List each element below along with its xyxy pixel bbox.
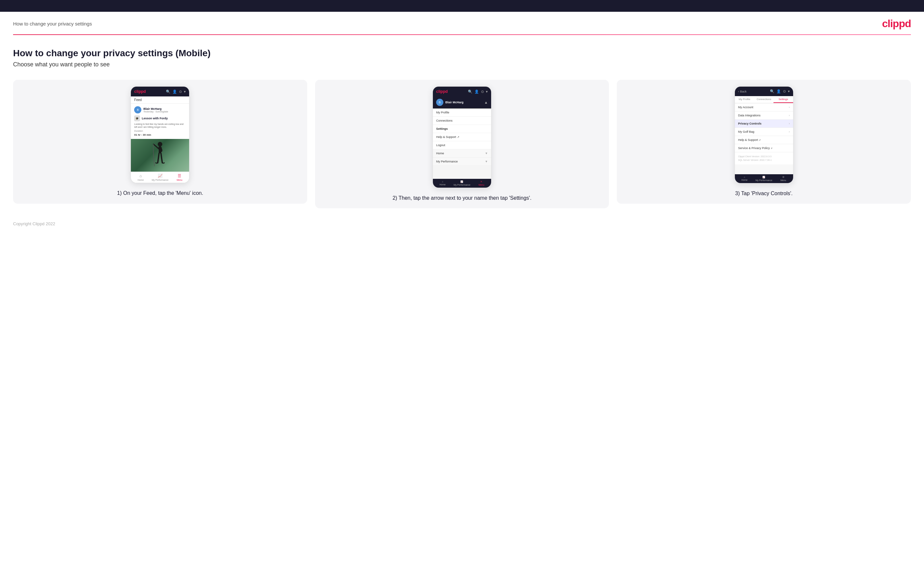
external-icon-help: ↗ xyxy=(457,136,459,139)
nav-menu-label: Menu xyxy=(177,179,183,181)
section-home[interactable]: Home ▼ xyxy=(433,149,491,158)
chevron-down-icon-home: ▼ xyxy=(485,152,488,155)
phone2-nav-close[interactable]: ✕ Menu xyxy=(472,179,491,188)
phone3-tabs: My Profile Connections Settings xyxy=(735,96,793,103)
phone2-nav-perf[interactable]: 📈 My Performance xyxy=(452,179,472,188)
setting-service-privacy[interactable]: Service & Privacy Policy ↗ xyxy=(735,144,793,152)
setting-help-support[interactable]: Help & Support ↗ xyxy=(735,136,793,144)
phone3-nav-menu-label: Menu xyxy=(780,179,786,181)
card-1-step-text: 1) On your Feed, tap the 'Menu' icon. xyxy=(117,190,203,197)
page-heading: How to change your privacy settings (Mob… xyxy=(13,48,911,58)
my-account-label: My Account xyxy=(738,106,754,109)
footer: Copyright Clippd 2022 xyxy=(0,215,924,233)
phone2-nav-close-label: Menu xyxy=(479,184,485,186)
avatar: B xyxy=(134,106,141,113)
phone3-bottom-nav: ⌂ Home 📈 My Performance ☰ Menu xyxy=(735,174,793,183)
setting-data-integrations[interactable]: Data Integrations › xyxy=(735,111,793,120)
user-icon-3: 👤 xyxy=(777,89,781,93)
menu-item-settings[interactable]: Settings xyxy=(433,125,491,133)
tab-connections[interactable]: Connections xyxy=(754,96,774,103)
card-3: ‹ Back 🔍 👤 ⊙ ▾ My Profile Connections Se… xyxy=(617,80,911,204)
page-subheading: Choose what you want people to see xyxy=(13,61,911,68)
external-icon-help3: ↗ xyxy=(759,139,761,141)
chart-icon-2: 📈 xyxy=(460,181,463,183)
phone3-spacer xyxy=(735,164,793,174)
chevron-icon-2: ▾ xyxy=(486,90,488,94)
phone1-logo: clippd xyxy=(134,89,145,94)
home-icon-2: ⌂ xyxy=(442,181,443,183)
data-integrations-label: Data Integrations xyxy=(738,114,761,117)
phone2-icons: 🔍 👤 ⊙ ▾ xyxy=(468,90,488,94)
external-icon-policy: ↗ xyxy=(771,147,772,149)
header-title: How to change your privacy settings xyxy=(13,21,92,26)
chevron-privacy-icon: › xyxy=(789,122,790,125)
menu-icon: ☰ xyxy=(178,174,181,178)
menu-item-profile[interactable]: My Profile xyxy=(433,108,491,117)
phone1-feed-label: Feed xyxy=(131,97,189,104)
duration-value: 01 hr : 30 min xyxy=(134,134,186,136)
service-privacy-label: Service & Privacy Policy ↗ xyxy=(738,147,773,150)
chevron-data-icon: › xyxy=(789,114,790,117)
card-2-step-text: 2) Then, tap the arrow next to your name… xyxy=(393,195,532,202)
phone3-version: Clippd Client Version: 2022.8.3-3 SQL Se… xyxy=(735,152,793,164)
post-name: Blair McHarg xyxy=(143,107,168,111)
phone3-nav-perf-label: My Performance xyxy=(756,179,772,181)
phone3-icons: 🔍 👤 ⊙ ▾ xyxy=(770,89,790,93)
phone3-nav-home[interactable]: ⌂ Home xyxy=(735,174,754,183)
setting-my-account[interactable]: My Account › xyxy=(735,103,793,111)
back-button[interactable]: ‹ Back xyxy=(738,90,747,93)
back-label: Back xyxy=(740,90,747,93)
user-icon-2: 👤 xyxy=(475,90,479,94)
menu-item-connections[interactable]: Connections xyxy=(433,117,491,125)
help-support-label: Help & Support ↗ xyxy=(738,138,761,142)
search-icon: 🔍 xyxy=(166,90,170,94)
avatar-2: B xyxy=(436,99,443,106)
section-home-label: Home xyxy=(436,152,444,155)
user-icon: 👤 xyxy=(173,90,177,94)
client-version: Clippd Client Version: 2022.8.3-3 xyxy=(738,155,790,158)
phone2-user-row: B Blair McHarg ▲ xyxy=(433,97,491,108)
lesson-desc: Looking to feel like my hands are exitin… xyxy=(134,122,186,129)
phone2-nav-perf-label: My Performance xyxy=(454,184,470,186)
home-icon: ⌂ xyxy=(139,174,142,178)
duration-label: Duration xyxy=(134,130,186,132)
phone1-post-header: B Blair McHarg Yesterday · Sunningdale xyxy=(134,106,186,113)
phone1-bottom-nav: ⌂ Home 📈 My Performance ☰ Menu xyxy=(131,172,189,183)
tab-my-profile[interactable]: My Profile xyxy=(735,96,754,103)
privacy-controls-label: Privacy Controls xyxy=(738,122,762,125)
menu-item-logout[interactable]: Logout xyxy=(433,141,491,149)
post-sub: Yesterday · Sunningdale xyxy=(143,111,168,113)
phone3-nav-perf[interactable]: 📈 My Performance xyxy=(754,174,774,183)
nav-home[interactable]: ⌂ Home xyxy=(131,172,150,183)
chevron-icon-3: ▾ xyxy=(788,89,790,93)
phone2-user-info: B Blair McHarg xyxy=(436,99,464,106)
phone3-nav-home-label: Home xyxy=(741,179,748,181)
search-icon-3: 🔍 xyxy=(770,89,774,93)
my-golf-bag-label: My Golf Bag xyxy=(738,130,754,134)
nav-performance[interactable]: 📈 My Performance xyxy=(150,172,170,183)
setting-my-golf-bag[interactable]: My Golf Bag › xyxy=(735,128,793,136)
tab-settings[interactable]: Settings xyxy=(774,96,793,103)
svg-rect-1 xyxy=(159,146,161,153)
chevron-down-icon-perf: ▼ xyxy=(485,160,488,163)
menu-item-help[interactable]: Help & Support ↗ xyxy=(433,133,491,141)
back-chevron-icon: ‹ xyxy=(738,90,739,93)
phone3-back-bar: ‹ Back 🔍 👤 ⊙ ▾ xyxy=(735,87,793,96)
phone2-logo: clippd xyxy=(436,89,447,94)
nav-home-label: Home xyxy=(138,179,144,181)
setting-privacy-controls[interactable]: Privacy Controls › xyxy=(735,120,793,128)
card-2: clippd 🔍 👤 ⊙ ▾ B Blair McHarg ▲ xyxy=(315,80,609,208)
section-performance[interactable]: My Performance ▼ xyxy=(433,158,491,166)
settings-icon: ⊙ xyxy=(179,90,182,94)
svg-point-0 xyxy=(158,142,162,147)
golf-image xyxy=(131,139,189,172)
phone1-icons: 🔍 👤 ⊙ ▾ xyxy=(166,90,186,94)
header: How to change your privacy settings clip… xyxy=(0,12,924,30)
phone2-nav-home[interactable]: ⌂ Home xyxy=(433,179,452,188)
nav-menu[interactable]: ☰ Menu xyxy=(170,172,189,183)
phone2-nav-home-label: Home xyxy=(439,184,446,186)
phone3-nav-menu[interactable]: ☰ Menu xyxy=(774,174,793,183)
phone2-username: Blair McHarg xyxy=(445,101,464,104)
golfer-silhouette xyxy=(152,142,168,169)
phone1-post: B Blair McHarg Yesterday · Sunningdale 🎓… xyxy=(131,104,189,139)
